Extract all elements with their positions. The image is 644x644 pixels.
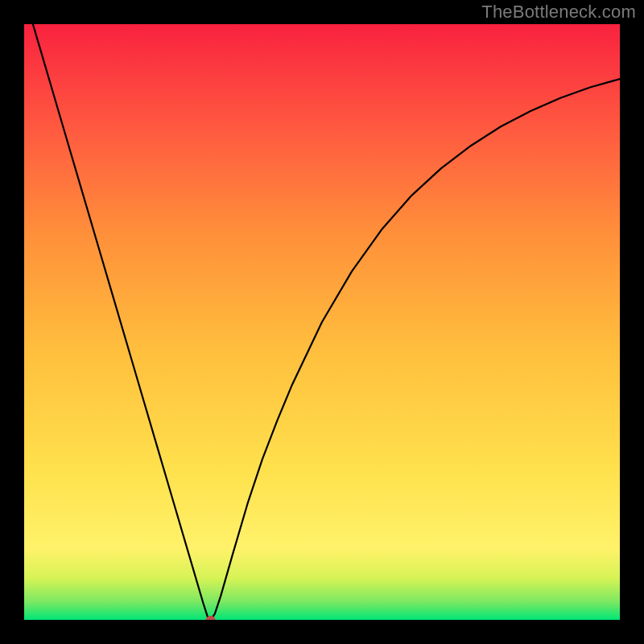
chart-svg bbox=[24, 24, 620, 620]
chart-frame: TheBottleneck.com bbox=[0, 0, 644, 644]
watermark-text: TheBottleneck.com bbox=[481, 2, 636, 23]
plot-area bbox=[24, 24, 620, 620]
